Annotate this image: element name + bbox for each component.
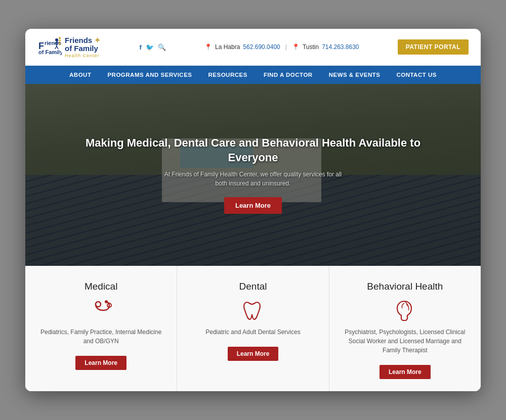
dental-card: Dental Pediatric and Adult Dental Servic… <box>177 266 329 391</box>
facebook-icon[interactable]: f <box>140 43 142 51</box>
svg-point-3 <box>55 38 58 41</box>
behavioral-health-icon <box>394 299 415 321</box>
search-icon[interactable]: 🔍 <box>158 43 166 51</box>
hero-learn-more-button[interactable]: Learn More <box>224 197 282 214</box>
medical-card-desc: Pediatrics, Family Practice, Internal Me… <box>37 328 164 346</box>
patient-portal-button[interactable]: PATIENT PORTAL <box>398 39 469 55</box>
svg-text:riends: riends <box>45 40 61 46</box>
contact-info: 📍 La Habra 562.690.0400 | 📍 Tustin 714.2… <box>204 43 359 51</box>
top-bar: F riends of Family <box>25 29 481 66</box>
svg-point-14 <box>105 300 108 303</box>
behavioral-card: Behavioral Health Psychiatrist, Psycholo… <box>329 266 481 391</box>
logo-subtitle: Health Center <box>65 53 101 58</box>
logo-text: Friends ✦ of Family <box>65 36 101 53</box>
cards-row: Medical Pediatrics, Family Practice, Int… <box>25 266 481 391</box>
nav-programs[interactable]: PROGRAMS AND SERVICES <box>99 66 200 84</box>
behavioral-card-desc: Psychiatrist, Psychologists, Licensed Cl… <box>342 328 469 355</box>
dental-card-title: Dental <box>189 281 316 292</box>
stethoscope-icon <box>90 299 112 321</box>
logo-icon: F riends of Family <box>37 35 62 59</box>
social-icons: f 🐦 🔍 <box>140 43 166 51</box>
hero-section: Making Medical, Dental Care and Behavior… <box>25 84 481 266</box>
nav-about[interactable]: ABOUT <box>61 66 99 84</box>
nav-news[interactable]: NEWS & EVENTS <box>321 66 389 84</box>
svg-point-8 <box>59 37 61 39</box>
twitter-icon[interactable]: 🐦 <box>146 43 154 51</box>
contact-divider: | <box>285 43 287 51</box>
hero-content: Making Medical, Dental Care and Behavior… <box>71 136 435 214</box>
behavioral-card-title: Behavioral Health <box>342 281 469 292</box>
nav-find-doctor[interactable]: FIND A DOCTOR <box>256 66 321 84</box>
location-icon-1: 📍 <box>204 43 212 51</box>
location2-phone[interactable]: 714.263.8630 <box>322 43 359 51</box>
tooth-icon <box>243 299 263 321</box>
location2-label: Tustin <box>303 43 319 51</box>
medical-card-title: Medical <box>37 281 164 292</box>
browser-frame: F riends of Family <box>25 29 481 391</box>
nav-contact[interactable]: CONTACT US <box>388 66 445 84</box>
location-icon-2: 📍 <box>292 43 300 51</box>
medical-card: Medical Pediatrics, Family Practice, Int… <box>25 266 177 391</box>
svg-text:of Family: of Family <box>38 49 62 55</box>
behavioral-learn-more-button[interactable]: Learn More <box>380 365 431 379</box>
medical-learn-more-button[interactable]: Learn More <box>75 356 126 370</box>
logo-area: F riends of Family <box>37 35 101 59</box>
location1-phone[interactable]: 562.690.0400 <box>243 43 280 51</box>
hero-subtitle: At Friends of Family Health Center, we o… <box>71 170 435 188</box>
nav-bar: ABOUT PROGRAMS AND SERVICES RESOURCES FI… <box>25 66 481 84</box>
dental-learn-more-button[interactable]: Learn More <box>228 347 279 361</box>
dental-card-desc: Pediatric and Adult Dental Services <box>189 328 316 337</box>
hero-title: Making Medical, Dental Care and Behavior… <box>71 136 435 165</box>
nav-resources[interactable]: RESOURCES <box>200 66 256 84</box>
location1-label: La Habra <box>215 43 240 51</box>
